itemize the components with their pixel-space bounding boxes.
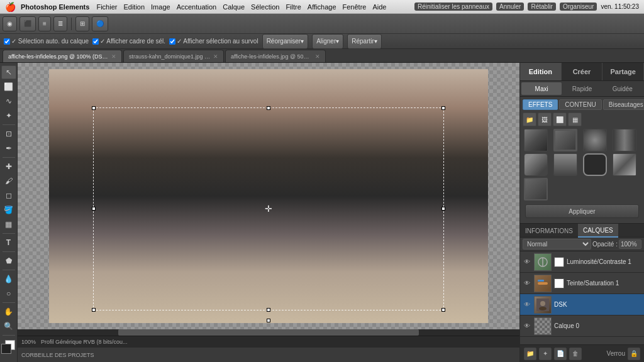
effect-bevel-6[interactable] [553,153,577,176]
effect-bevel-1[interactable] [524,129,548,151]
toolbar-btn-4[interactable]: ≣ [53,16,67,31]
layers-tab-info[interactable]: INFORMATIONS [520,224,578,238]
rotation-handle[interactable] [267,319,270,322]
repartir-dropdown[interactable]: Répartir▾ [347,34,382,49]
new-layer-btn[interactable]: 📄 [554,348,567,360]
menu-fichier[interactable]: Fichier [96,3,117,11]
auto-select-checkbox[interactable] [4,38,10,45]
eff-icon-image[interactable]: 🖼 [538,112,552,126]
lock-all-btn[interactable]: 🔒 [628,348,640,360]
menu-fenetre[interactable]: Fenêtre [343,3,367,11]
tab-2[interactable]: affiche-les-infideles.jpg @ 50% (RVB/8) … [225,50,326,62]
panel-tab-creer[interactable]: Créer [562,63,603,80]
layer-2-visibility[interactable]: 👁 [523,300,531,309]
new-adjustment-btn[interactable]: ✦ [539,348,552,360]
new-layer-set-btn[interactable]: 📁 [524,348,536,360]
tool-healing[interactable]: ✚ [1,160,16,173]
tool-dodge[interactable]: ○ [1,287,16,300]
handle-tm[interactable] [267,106,270,110]
toolbar-btn-2[interactable]: ⬛ [19,16,36,31]
scrollbar-thumb[interactable] [118,329,419,336]
layer-1-visibility[interactable]: 👁 [523,279,531,288]
tool-selection-rect[interactable]: ⬜ [1,80,16,94]
biseautages-dropdown[interactable]: Biseautages [603,99,644,110]
sub-tab-maxi[interactable]: Maxi [521,82,562,95]
effect-bevel-3[interactable] [583,129,607,151]
apply-button[interactable]: Appliquer [525,204,639,218]
blend-mode-select[interactable]: Normal [523,239,591,250]
layer-row-1[interactable]: 👁 Teinte/Saturation 1 [520,273,644,294]
show-frame-option[interactable]: ✓ Afficher cadre de sél. [92,38,165,45]
layers-tab-calques[interactable]: CALQUES [578,224,618,238]
menu-affichage[interactable]: Affichage [308,3,336,11]
handle-bm[interactable] [267,308,270,312]
effect-bevel-8[interactable] [613,153,636,176]
tab-0-close[interactable]: ✕ [111,53,116,60]
effect-bevel-5[interactable] [524,153,548,176]
opacity-input[interactable] [619,239,641,249]
tool-magic-wand[interactable]: ✦ [1,109,16,123]
handle-tr[interactable] [441,106,445,110]
handle-bl[interactable] [92,308,96,312]
sub-tab-rapide[interactable]: Rapide [562,82,602,95]
effects-tab-effets[interactable]: EFFETS [523,99,558,110]
handle-ml[interactable] [92,207,96,211]
foreground-color-swatch[interactable] [1,344,11,354]
tool-eraser[interactable]: ◻ [1,189,16,202]
tab-1-close[interactable]: ✕ [213,53,218,60]
handle-mr[interactable] [441,207,445,211]
tool-move[interactable]: ↖ [1,65,16,79]
handle-tl[interactable] [92,106,96,110]
toolbar-btn-5[interactable]: ⊞ [75,16,89,31]
eff-icon-square[interactable]: ⬜ [553,112,567,126]
toolbar-btn-3[interactable]: ≡ [38,16,51,31]
sub-tab-guidee[interactable]: Guidée [602,82,643,95]
organizer-btn[interactable]: Organiseur [560,3,597,11]
tool-brush[interactable]: 🖌 [1,174,16,188]
tab-1[interactable]: strauss-kahn_dominique1.jpg @ 100% (Calq… [123,50,224,62]
align-dropdown[interactable]: Aligner▾ [312,34,343,49]
effects-tab-contenu[interactable]: CONTENU [559,99,601,110]
show-frame-checkbox[interactable] [92,38,99,45]
menu-calque[interactable]: Calque [223,3,245,11]
reset-panels-btn[interactable]: Réinitialiser les panneaux [414,3,492,11]
canvas-area[interactable]: ✛ [18,63,519,329]
delete-layer-btn[interactable]: 🗑 [569,348,582,360]
panel-tab-edition[interactable]: Edition [520,63,562,80]
menu-filtre[interactable]: Filtre [286,3,301,11]
effect-bevel-4[interactable] [613,129,636,151]
layer-row-3[interactable]: 👁 Calque 0 [520,315,644,337]
redo-btn[interactable]: Rétablir [528,3,555,11]
show-hover-checkbox[interactable] [169,38,175,45]
handle-br[interactable] [441,308,445,312]
toolbar-btn-6[interactable]: 🔵 [92,16,108,31]
tool-paint-bucket[interactable]: 🪣 [1,203,16,217]
menu-aide[interactable]: Aide [372,3,386,11]
layer-3-visibility[interactable]: 👁 [523,322,531,331]
eff-icon-pattern[interactable]: ▦ [568,112,582,126]
tool-hand[interactable]: ✋ [1,305,16,319]
effect-bevel-2[interactable] [553,129,577,151]
show-hover-option[interactable]: ✓ Afficher sélection au survol [169,38,258,45]
tab-0[interactable]: affiche-les-infideles.png @ 100% (DSK, R… [3,50,122,62]
tool-zoom[interactable]: 🔍 [1,319,16,333]
effect-bevel-7[interactable] [583,153,607,176]
tool-eyedropper[interactable]: ✒ [1,141,16,155]
menu-accentuation[interactable]: Accentuation [177,3,217,11]
cancel-btn[interactable]: Annuler [496,3,524,11]
layer-row-0[interactable]: 👁 Luminosité/Contraste 1 [520,251,644,273]
menu-edition[interactable]: Edition [123,3,145,11]
menu-image[interactable]: Image [151,3,170,11]
horizontal-scrollbar[interactable] [18,329,519,336]
layer-0-visibility[interactable]: 👁 [523,258,531,266]
tool-blur[interactable]: 💧 [1,272,16,286]
reorganize-dropdown[interactable]: Réorganiser▾ [262,34,308,49]
tool-crop[interactable]: ⊡ [1,127,16,141]
panel-tab-partage[interactable]: Partage [602,63,644,80]
effect-bevel-9[interactable] [524,178,548,200]
apple-menu[interactable]: 🍎 [5,2,16,12]
tool-gradient[interactable]: ▦ [1,217,16,231]
tab-2-close[interactable]: ✕ [315,53,320,60]
eff-icon-folder[interactable]: 📁 [523,112,536,126]
tool-text[interactable]: T [1,236,16,250]
